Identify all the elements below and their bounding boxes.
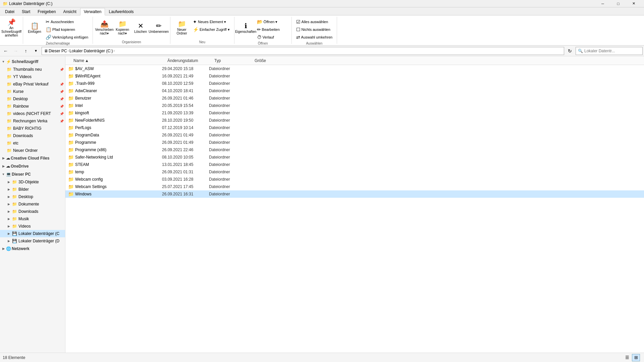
sidebar-section-dieser-pc[interactable]: ▼ 💻 Dieser PC	[0, 170, 65, 178]
file-row[interactable]: 📁 PerfLogs 07.12.2019 10:14 Dateiordner	[65, 124, 644, 131]
file-row[interactable]: 📁 kingsoft 21.09.2020 13:39 Dateiordner	[65, 109, 644, 117]
file-row[interactable]: 📁 Webcam config 03.09.2021 16:28 Dateior…	[65, 176, 644, 183]
col-header-size[interactable]: Größe	[255, 58, 288, 63]
minimize-button[interactable]: ─	[595, 0, 610, 7]
file-row[interactable]: 📁 temp 26.09.2021 01:31 Dateiordner	[65, 168, 644, 176]
sidebar-item-rechnungen[interactable]: 📁 Rechnungen Verka 📌	[0, 117, 65, 125]
sidebar-item-neuer-ordner-qa[interactable]: 📁 Neuer Ordner	[0, 147, 65, 154]
file-row[interactable]: 📁 ProgramData 26.09.2021 01:49 Dateiordn…	[65, 131, 644, 139]
file-row[interactable]: 📁 .Trash-999 08.10.2020 12:59 Dateiordne…	[65, 80, 644, 87]
sidebar-item-videos-nicht[interactable]: 📁 videos (NICHT FERT 📌	[0, 110, 65, 117]
sidebar-item-lokaler-c[interactable]: ▶ 💾 Lokaler Datenträger (C	[0, 230, 65, 237]
pin-icon: 📌	[60, 68, 64, 71]
umbenennen-button[interactable]: ✏ Umbenennen	[150, 18, 167, 38]
search-box[interactable]: 🔍	[576, 47, 643, 55]
forward-button[interactable]: →	[11, 47, 20, 55]
nichts-auswaehlen-button[interactable]: ☐ Nichts auswählen	[294, 26, 334, 33]
drive-icon-c: 💾	[12, 231, 17, 236]
sidebar-item-thumbnails-neu[interactable]: 📁 Thumbnails neu 📌	[0, 66, 65, 73]
verlauf-button[interactable]: ⏱ Verlauf	[255, 34, 289, 41]
sidebar-item-downloads-pc[interactable]: ▶ 📁 Downloads	[0, 208, 65, 215]
sidebar-item-kurse[interactable]: 📁 Kurse 📌	[0, 88, 65, 95]
tab-verwalten[interactable]: Verwalten	[80, 8, 105, 15]
file-row[interactable]: 📁 Intel 20.05.2019 15:54 Dateiordner	[65, 102, 644, 109]
list-view-button[interactable]: ⊞	[632, 354, 640, 361]
tab-start[interactable]: Start	[18, 8, 34, 15]
oeffnen-btn[interactable]: 📂 Öffnen ▾	[255, 18, 289, 25]
alles-auswaehlen-button[interactable]: ☑ Alles auswählen	[294, 18, 334, 25]
file-type: Dateiordner	[209, 147, 249, 152]
neuer-ordner-button[interactable]: 📁 NeuerOrdner	[173, 18, 191, 38]
file-row[interactable]: 📁 Programme 26.09.2021 01:49 Dateiordner	[65, 139, 644, 146]
sidebar-item-bilder[interactable]: ▶ 📁 Bilder	[0, 186, 65, 193]
sidebar-item-desktop-qa[interactable]: 📁 Desktop 📌	[0, 95, 65, 103]
sidebar-item-ebay[interactable]: 📁 eBay Privat Verkauf 📌	[0, 80, 65, 88]
sidebar-item-lokaler-d[interactable]: ▶ 💾 Lokaler Datenträger (D	[0, 237, 65, 245]
sidebar-section-netzwerk[interactable]: ▶ 🌐 Netzwerk	[0, 245, 65, 253]
sidebar-item-dokumente[interactable]: ▶ 📁 Dokumente	[0, 200, 65, 208]
sidebar-section-onedrive[interactable]: ▶ ☁ OneDrive	[0, 162, 65, 170]
file-row[interactable]: 📁 AdwCleaner 04.10.2020 18:41 Dateiordne…	[65, 87, 644, 95]
file-row[interactable]: 📁 Webcam Settings 25.07.2021 17:45 Datei…	[65, 183, 644, 190]
col-header-date[interactable]: Änderungsdatum	[167, 58, 214, 63]
eigenschaften-button[interactable]: ℹ Eigenschaften	[237, 18, 255, 38]
file-name: Webcam Settings	[75, 184, 107, 189]
tab-ansicht[interactable]: Ansicht	[59, 8, 80, 15]
sidebar: ▼ ⚡ Schnellzugriff 📁 Thumbnails neu 📌 📁 …	[0, 56, 65, 353]
file-row[interactable]: 📁 $WinREAgent 16.09.2021 21:49 Dateiordn…	[65, 72, 644, 80]
search-input[interactable]	[584, 49, 640, 53]
title-bar-title: Lokaler Datenträger (C:)	[9, 1, 52, 6]
umbenennen-icon: ✏	[156, 22, 162, 29]
back-button[interactable]: ←	[1, 47, 10, 55]
neues-element-button[interactable]: ✦ Neues Element ▾	[191, 18, 231, 25]
close-button[interactable]: ✕	[626, 0, 641, 7]
file-date: 08.10.2020 12:59	[162, 81, 209, 86]
sidebar-item-baby[interactable]: 📁 BABY RICHTIG	[0, 125, 65, 132]
sidebar-item-downloads-qa[interactable]: 📁 Downloads	[0, 132, 65, 139]
sidebar-item-etc[interactable]: 📁 etc	[0, 139, 65, 147]
sidebar-item-yt-videos[interactable]: 📁 YT Videos	[0, 73, 65, 80]
ausschneiden-button[interactable]: ✂ Ausschneiden	[44, 18, 90, 25]
auswahl-umkehren-button[interactable]: ⇄ Auswahl umkehren	[294, 34, 334, 41]
tab-freigeben[interactable]: Freigeben	[34, 8, 59, 15]
file-row[interactable]: 📁 Programme (x86) 26.09.2021 22:46 Datei…	[65, 146, 644, 154]
up-button[interactable]: ↑	[21, 47, 30, 55]
sidebar-item-rainbow[interactable]: 📁 Rainbow 📌	[0, 103, 65, 110]
breadcrumb-home-icon: 🖥	[44, 49, 48, 53]
bearbeiten-button[interactable]: ✏ Bearbeiten	[255, 26, 289, 33]
verschieben-button[interactable]: 📤 Verschiebennach▾	[96, 18, 113, 38]
file-row[interactable]: 📁 Safer-Networking Ltd 08.10.2020 10:05 …	[65, 154, 644, 161]
file-row[interactable]: 📁 STEAM 13.01.2021 18:45 Dateiordner	[65, 161, 644, 168]
file-row[interactable]: 📁 NewFolderMNIS 28.10.2020 19:50 Dateior…	[65, 117, 644, 124]
schnellzugriff-label: An Schnellzugriffanheften	[1, 26, 21, 37]
col-name-label: Name	[73, 58, 84, 63]
verknuepfung-button[interactable]: 🔗 Verknüpfung einfügen	[44, 34, 90, 41]
details-view-button[interactable]: ☰	[623, 354, 631, 361]
file-name: Programme (x86)	[75, 147, 106, 152]
sidebar-item-musik[interactable]: ▶ 📁 Musik	[0, 215, 65, 223]
file-row[interactable]: 📁 Benutzer 26.09.2021 01:46 Dateiordner	[65, 95, 644, 102]
sidebar-section-schnellzugriff[interactable]: ▼ ⚡ Schnellzugriff	[0, 58, 65, 66]
einfacher-zugriff-button[interactable]: ⚡ Einfacher Zugriff ▾	[191, 26, 231, 33]
col-header-name[interactable]: Name ▲	[73, 58, 167, 63]
sidebar-item-desktop-pc[interactable]: ▶ 📁 Desktop	[0, 193, 65, 200]
maximize-button[interactable]: □	[610, 0, 626, 7]
an-schnellzugriff-button[interactable]: 📌 An Schnellzugriffanheften	[3, 18, 20, 38]
sidebar-label-thumbnails: Thumbnails neu	[13, 67, 42, 72]
sidebar-section-creative-cloud[interactable]: ▶ ☁ Creative Cloud Files	[0, 154, 65, 162]
tab-laufwerktools[interactable]: Laufwerktools	[105, 8, 137, 15]
address-bar[interactable]: 🖥 Dieser PC › Lokaler Datenträger (C:) ›	[42, 47, 564, 55]
refresh-button[interactable]: ↻	[566, 47, 574, 55]
group-label-organisieren: Organisieren	[122, 40, 141, 44]
pfad-kopieren-button[interactable]: 📋 Pfad kopieren	[44, 26, 90, 33]
kopieren-nach-button[interactable]: 📁 Kopierennach▾	[114, 18, 131, 38]
recent-button[interactable]: ▼	[32, 47, 40, 55]
sidebar-item-videos-pc[interactable]: ▶ 📁 Videos	[0, 223, 65, 230]
file-row[interactable]: 📁 $AV_ASW 29.04.2020 15:18 Dateiordner	[65, 65, 644, 72]
loeschen-button[interactable]: ✕ Löschen	[132, 18, 149, 38]
col-header-type[interactable]: Typ	[214, 58, 255, 63]
tab-datei[interactable]: Datei	[1, 8, 18, 15]
einfuegen-button[interactable]: 📋 Einfügen	[26, 18, 43, 38]
file-row[interactable]: 📁 Windows 26.09.2021 16:31 Dateiordner	[65, 190, 644, 198]
sidebar-item-3d-objekte[interactable]: ▶ 📁 3D-Objekte	[0, 178, 65, 186]
